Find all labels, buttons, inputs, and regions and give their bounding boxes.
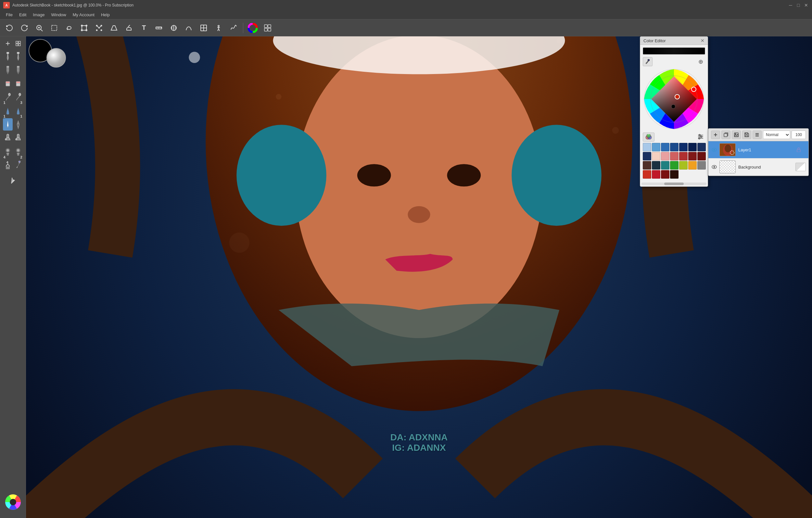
swatch-13[interactable] xyxy=(688,152,697,161)
swatch-14[interactable] xyxy=(697,152,706,161)
curve-button[interactable] xyxy=(227,22,240,34)
ruler-button[interactable] xyxy=(152,22,166,34)
color-sliders-button[interactable] xyxy=(696,133,705,142)
marker-tool[interactable] xyxy=(3,64,13,76)
paint-tool-active[interactable] xyxy=(3,118,13,131)
menu-image[interactable]: Image xyxy=(30,12,48,18)
swatch-9[interactable] xyxy=(652,152,660,161)
eyedropper-button[interactable] xyxy=(643,57,652,66)
minimize-button[interactable]: ─ xyxy=(788,3,793,8)
swatch-18[interactable] xyxy=(670,161,678,170)
color-editor-close[interactable]: ✕ xyxy=(701,38,704,43)
brush-grid-button[interactable] xyxy=(13,39,23,48)
close-button[interactable]: ✕ xyxy=(804,3,809,8)
maximize-button[interactable]: □ xyxy=(796,3,801,8)
swatch-empty[interactable] xyxy=(697,161,706,170)
image-layer-button[interactable] xyxy=(732,131,741,139)
menu-edit[interactable]: Edit xyxy=(16,12,30,18)
zoom-button[interactable] xyxy=(32,22,46,34)
swatch-12[interactable] xyxy=(679,152,688,161)
brush-library-button[interactable] xyxy=(261,22,274,34)
dropper-tool[interactable] xyxy=(13,159,23,171)
layer-item-background[interactable]: Background xyxy=(708,159,808,176)
app-icon: A xyxy=(3,2,10,8)
layer-item-layer1[interactable]: Layer1 xyxy=(708,141,808,159)
swatch-19[interactable] xyxy=(679,161,688,170)
airbrush-tool-2[interactable] xyxy=(13,132,23,144)
swatch-23[interactable] xyxy=(661,170,669,179)
swatch-7[interactable] xyxy=(697,143,706,151)
svg-point-8 xyxy=(86,25,87,26)
svg-point-14 xyxy=(96,30,97,31)
swatch-15[interactable] xyxy=(643,161,651,170)
color-editor-scrollbar[interactable] xyxy=(641,182,706,185)
swatch-22[interactable] xyxy=(652,170,660,179)
text-button[interactable]: T xyxy=(137,22,151,34)
layer1-lock[interactable] xyxy=(795,146,802,153)
menu-window[interactable]: Window xyxy=(48,12,69,18)
color-wheel-button[interactable] xyxy=(246,22,260,34)
swatch-11[interactable] xyxy=(670,152,678,161)
background-visibility[interactable] xyxy=(711,164,718,170)
menu-help[interactable]: Help xyxy=(98,12,113,18)
swatch-6[interactable] xyxy=(688,143,697,151)
save-layer-button[interactable] xyxy=(742,131,751,139)
select-lasso-button[interactable] xyxy=(62,22,76,34)
ink-pen-tool[interactable] xyxy=(13,118,23,131)
opacity-input[interactable] xyxy=(791,131,806,139)
navigation-tool[interactable] xyxy=(8,174,18,186)
color-wheel-indicator[interactable] xyxy=(4,494,22,512)
swatch-1[interactable] xyxy=(643,143,651,151)
layer1-visibility[interactable] xyxy=(711,146,718,153)
svg-point-61 xyxy=(447,164,481,186)
svg-line-17 xyxy=(99,26,102,28)
swatch-17[interactable] xyxy=(661,161,669,170)
menu-file[interactable]: File xyxy=(3,12,16,18)
bucket-button[interactable] xyxy=(122,22,136,34)
guides-button[interactable] xyxy=(197,22,210,34)
undo-button[interactable] xyxy=(3,22,16,34)
color-model-button[interactable] xyxy=(643,133,655,142)
warp-button[interactable] xyxy=(92,22,106,34)
svg-rect-65 xyxy=(16,41,18,43)
pose-button[interactable] xyxy=(212,22,225,34)
tool-num-2: 2 xyxy=(20,155,22,159)
color-wheel[interactable] xyxy=(643,68,705,130)
airbrush-tool[interactable] xyxy=(3,132,13,144)
swatch-5[interactable] xyxy=(679,143,688,151)
swatch-4[interactable] xyxy=(670,143,678,151)
swatch-8[interactable] xyxy=(643,152,651,161)
symmetry-button[interactable] xyxy=(167,22,181,34)
background-color[interactable] xyxy=(47,48,66,67)
swatch-2[interactable] xyxy=(652,143,660,151)
eraser-tool-2[interactable] xyxy=(13,77,23,90)
select-rect-button[interactable] xyxy=(48,22,61,34)
svg-rect-122 xyxy=(746,135,748,137)
swatch-10[interactable] xyxy=(661,152,669,161)
svg-point-115 xyxy=(701,136,702,137)
menu-myaccount[interactable]: My Account xyxy=(69,12,98,18)
pencil-tool[interactable] xyxy=(3,50,13,62)
hue-saturation-adjust[interactable]: ⊕ xyxy=(696,57,705,66)
perspective-button[interactable] xyxy=(107,22,121,34)
swatch-20[interactable] xyxy=(688,161,697,170)
new-layer-button[interactable] xyxy=(721,131,730,139)
color-gradient-bar[interactable] xyxy=(643,48,705,55)
fill-tool[interactable] xyxy=(3,159,13,171)
layers-menu-button[interactable] xyxy=(753,131,762,139)
transform-button[interactable] xyxy=(77,22,91,34)
eraser-tool[interactable] xyxy=(3,77,13,90)
swatch-21[interactable] xyxy=(643,170,651,179)
swatch-24[interactable] xyxy=(670,170,678,179)
marker-tool-2[interactable] xyxy=(13,64,23,76)
color-editor-scroll-thumb[interactable] xyxy=(664,182,684,185)
swatch-16[interactable] xyxy=(652,161,660,170)
add-brush-button[interactable] xyxy=(3,39,13,48)
blend-mode-select[interactable]: Normal Multiply Screen Overlay xyxy=(763,131,790,139)
bezier-button[interactable] xyxy=(182,22,196,34)
swatch-3[interactable] xyxy=(661,143,669,151)
pencil-tool-2[interactable] xyxy=(13,50,23,62)
redo-button[interactable] xyxy=(18,22,31,34)
svg-point-128 xyxy=(714,149,715,151)
add-layer-button[interactable] xyxy=(711,131,720,139)
